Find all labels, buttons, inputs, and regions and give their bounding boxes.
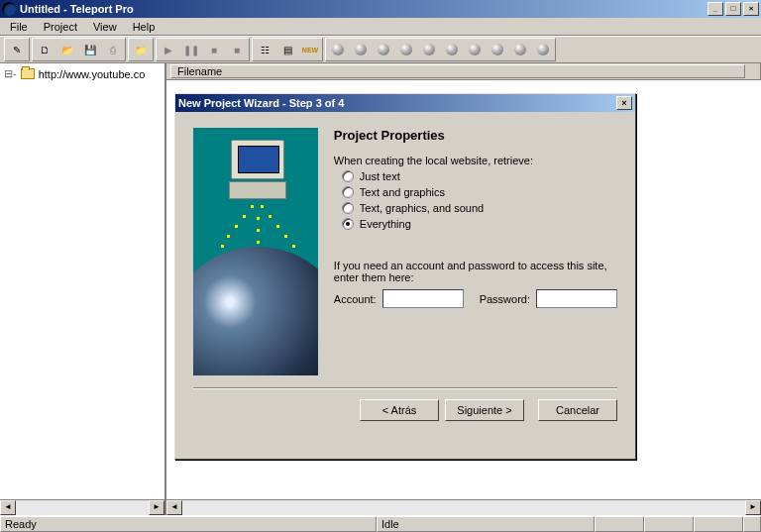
save-icon[interactable]: 💾 xyxy=(79,40,101,59)
password-label: Password: xyxy=(480,293,530,305)
password-input[interactable] xyxy=(536,289,617,308)
dialog-title: New Project Wizard - Step 3 of 4 xyxy=(178,97,344,109)
radio-icon xyxy=(342,218,354,230)
nav-sphere-10-icon[interactable] xyxy=(532,40,554,59)
radio-just-text[interactable]: Just text xyxy=(342,170,617,182)
left-hscroll[interactable]: ◄ ► xyxy=(0,499,164,515)
radio-icon xyxy=(342,170,354,182)
radio-label: Text, graphics, and sound xyxy=(360,202,484,214)
radio-text-graphics[interactable]: Text and graphics xyxy=(342,186,617,198)
new-feature-icon[interactable]: NEW xyxy=(299,40,321,59)
menu-view[interactable]: View xyxy=(87,20,123,34)
play-icon[interactable]: ▶ xyxy=(158,40,179,59)
folder-icon xyxy=(21,68,35,79)
pause-icon[interactable]: ❚❚ xyxy=(180,40,202,59)
statusbar: Ready Idle xyxy=(0,515,761,532)
resize-grip-icon[interactable] xyxy=(743,516,761,532)
nav-sphere-7-icon[interactable] xyxy=(464,40,486,59)
radio-label: Everything xyxy=(360,218,411,230)
menubar: File Project View Help xyxy=(0,18,761,36)
account-prompt: If you need an account and password to a… xyxy=(334,260,617,283)
account-input[interactable] xyxy=(382,289,464,308)
abort-icon[interactable]: ■ xyxy=(226,40,248,59)
menu-file[interactable]: File xyxy=(4,20,34,34)
col-filename[interactable]: Filename xyxy=(170,64,745,78)
nav-sphere-1-icon[interactable] xyxy=(327,40,349,59)
nav-sphere-6-icon[interactable] xyxy=(441,40,463,59)
scroll-left-icon[interactable]: ◄ xyxy=(0,500,16,515)
status-cell-1 xyxy=(595,516,644,532)
nav-sphere-4-icon[interactable] xyxy=(395,40,417,59)
details-view-icon[interactable]: ▤ xyxy=(276,40,298,59)
tree-pane: ⊟- http://www.youtube.co ◄ ► xyxy=(0,63,166,515)
nav-sphere-3-icon[interactable] xyxy=(373,40,394,59)
status-ready: Ready xyxy=(0,516,377,532)
status-cell-3 xyxy=(694,516,743,532)
nav-sphere-9-icon[interactable] xyxy=(509,40,531,59)
folder-icon[interactable]: 📁 xyxy=(130,40,152,59)
account-label: Account: xyxy=(334,293,377,305)
radio-icon xyxy=(342,186,354,198)
menu-project[interactable]: Project xyxy=(38,20,83,34)
next-button[interactable]: Siguiente > xyxy=(445,399,524,421)
status-cell-2 xyxy=(644,516,694,532)
tree-item[interactable]: ⊟- http://www.youtube.co xyxy=(4,67,161,80)
status-idle: Idle xyxy=(377,516,595,532)
nav-sphere-5-icon[interactable] xyxy=(418,40,440,59)
save-all-icon[interactable]: ⎙ xyxy=(102,40,124,59)
wizard-image xyxy=(193,128,318,375)
menu-help[interactable]: Help xyxy=(127,20,162,34)
toolbar: ✎ 🗋 📂 💾 ⎙ 📁 ▶ ❚❚ ■ ■ ☷ ▤ NEW xyxy=(0,36,761,63)
radio-icon xyxy=(342,202,354,214)
radio-everything[interactable]: Everything xyxy=(342,218,617,230)
app-icon xyxy=(2,2,16,16)
scroll-right-icon[interactable]: ► xyxy=(745,500,761,515)
right-hscroll[interactable]: ◄ ► xyxy=(166,499,761,515)
dialog-close-button[interactable]: × xyxy=(616,96,632,110)
radio-text-graphics-sound[interactable]: Text, graphics, and sound xyxy=(342,202,617,214)
new-file-icon[interactable]: 🗋 xyxy=(34,40,55,59)
close-button[interactable]: × xyxy=(743,2,759,16)
dialog-heading: Project Properties xyxy=(334,128,617,143)
cancel-button[interactable]: Cancelar xyxy=(538,399,617,421)
dialog-titlebar[interactable]: New Project Wizard - Step 3 of 4 × xyxy=(175,94,635,112)
window-title: Untitled - Teleport Pro xyxy=(20,3,134,15)
nav-sphere-2-icon[interactable] xyxy=(350,40,372,59)
edit-icon[interactable]: ✎ xyxy=(6,40,28,59)
radio-label: Text and graphics xyxy=(360,186,445,198)
scroll-right-icon[interactable]: ► xyxy=(149,500,164,515)
tree-item-label: http://www.youtube.co xyxy=(39,68,146,80)
back-button[interactable]: < Atrás xyxy=(360,399,439,421)
maximize-button[interactable]: □ xyxy=(725,2,741,16)
open-icon[interactable]: 📂 xyxy=(56,40,78,59)
list-view-icon[interactable]: ☷ xyxy=(254,40,275,59)
stop-icon[interactable]: ■ xyxy=(203,40,225,59)
wizard-dialog: New Project Wizard - Step 3 of 4 × Proje… xyxy=(174,93,636,460)
minimize-button[interactable]: _ xyxy=(707,2,723,16)
retrieve-prompt: When creating the local website, retriev… xyxy=(334,155,617,166)
nav-sphere-8-icon[interactable] xyxy=(487,40,508,59)
radio-label: Just text xyxy=(360,170,400,182)
scroll-left-icon[interactable]: ◄ xyxy=(166,500,182,515)
main-titlebar: Untitled - Teleport Pro _ □ × xyxy=(0,0,761,18)
